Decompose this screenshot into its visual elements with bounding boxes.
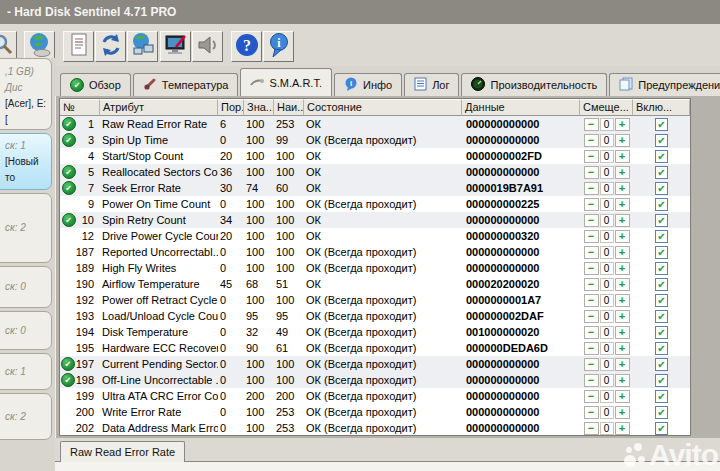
system-settings-button[interactable] [160,31,191,62]
col-value-header[interactable]: Зна... [244,99,274,116]
offset-plus-button[interactable]: + [615,198,630,211]
sound-button[interactable] [192,31,223,62]
offset-minus-button[interactable]: − [584,198,599,211]
smart-attribute-row[interactable]: ✔10Spin Retry Count34100100ОК00000000000… [60,212,690,228]
smart-attribute-row[interactable]: 193Load/Unload Cycle Cou...09595ОК (Всег… [60,308,690,324]
offset-plus-button[interactable]: + [615,342,630,355]
smart-attribute-row[interactable]: 194Disk Temperature03249ОК (Всегда прохо… [60,324,690,340]
smart-attribute-row[interactable]: 12Drive Power Cycle Count20100100ОК00000… [60,228,690,244]
offset-minus-button[interactable]: − [584,134,599,147]
tab-Обзор[interactable]: ✔Обзор [60,73,131,96]
smart-attribute-row[interactable]: 199Ultra ATA CRC Error Co...0200200ОК (В… [60,388,690,404]
tab-S.M.A.R.T.[interactable]: S.M.A.R.T. [240,68,332,96]
sidebar-disk-item[interactable]: ск: 0 [0,266,52,308]
offset-minus-button[interactable]: − [584,214,599,227]
offset-minus-button[interactable]: − [584,342,599,355]
offset-plus-button[interactable]: + [615,326,630,339]
offset-minus-button[interactable]: − [584,294,599,307]
enabled-checkbox[interactable]: ✔ [655,182,668,195]
offset-minus-button[interactable]: − [584,166,599,179]
tab-Температура[interactable]: Температура [133,73,239,96]
smart-attribute-row[interactable]: ✔7Seek Error Rate307460ОК0000019B7A91−0+… [60,180,690,196]
offset-plus-button[interactable]: + [615,230,630,243]
enabled-checkbox[interactable]: ✔ [655,278,668,291]
col-attribute-header[interactable]: Атрибут [100,99,218,116]
smart-attribute-row[interactable]: 200Write Error Rate0100253ОК (Всегда про… [60,404,690,420]
smart-attribute-row[interactable]: ✔5Reallocated Sectors Co...36100100ОК000… [60,164,690,180]
smart-attribute-row[interactable]: 9Power On Time Count0100100ОК (Всегда пр… [60,196,690,212]
offset-plus-button[interactable]: + [615,310,630,323]
smart-attribute-row[interactable]: 4Start/Stop Count20100100ОК0000000002FD−… [60,148,690,164]
smart-attribute-row[interactable]: ✔1Raw Read Error Rate6100253ОК0000000000… [60,116,690,132]
report-button[interactable] [63,31,94,62]
sidebar-disk-item[interactable]: ,1 GB) Дис[Acer], E: [QSERVICE [0,58,52,130]
offset-minus-button[interactable]: − [584,182,599,195]
tab-Производительность[interactable]: Производительность [461,73,607,96]
smart-attribute-row[interactable]: 187Reported Uncorrectabl...0100100ОК (Вс… [60,244,690,260]
offset-minus-button[interactable]: − [584,326,599,339]
offset-minus-button[interactable]: − [584,406,599,419]
enabled-checkbox[interactable]: ✔ [655,150,668,163]
offset-minus-button[interactable]: − [584,310,599,323]
network-button[interactable] [127,31,158,62]
offset-minus-button[interactable]: − [584,246,599,259]
attribute-detail-tab[interactable]: Raw Read Error Rate [60,441,185,462]
col-threshold-header[interactable]: Пор... [218,99,244,116]
offset-plus-button[interactable]: + [615,422,630,435]
offset-minus-button[interactable]: − [584,374,599,387]
col-data-header[interactable]: Данные [462,99,580,116]
offset-plus-button[interactable]: + [615,262,630,275]
enabled-checkbox[interactable]: ✔ [655,262,668,275]
help-button[interactable]: ? [231,31,262,62]
smart-attribute-row[interactable]: ✔198Off-Line Uncorrectable ...0100100ОК … [60,372,690,388]
sidebar-disk-item[interactable]: ск: 1[Новый то [0,133,52,190]
enabled-checkbox[interactable]: ✔ [655,294,668,307]
enabled-checkbox[interactable]: ✔ [655,134,668,147]
offset-plus-button[interactable]: + [615,390,630,403]
offset-minus-button[interactable]: − [584,230,599,243]
offset-plus-button[interactable]: + [615,246,630,259]
enabled-checkbox[interactable]: ✔ [655,326,668,339]
tab-Лог[interactable]: Лог [404,73,459,96]
enabled-checkbox[interactable]: ✔ [655,310,668,323]
col-number-header[interactable]: № [60,99,100,116]
offset-plus-button[interactable]: + [615,166,630,179]
smart-attribute-row[interactable]: 189High Fly Writes0100100ОК (Всегда прох… [60,260,690,276]
offset-minus-button[interactable]: − [584,150,599,163]
sidebar-disk-item[interactable]: ск: 2 [0,393,52,440]
smart-attribute-row[interactable]: 202Data Address Mark Errors0100253ОК (Вс… [60,420,690,436]
sidebar-disk-item[interactable]: ск: 0 [0,311,52,350]
smart-attribute-row[interactable]: ✔197Current Pending Sector...0100100ОК (… [60,356,690,372]
tab-Инфо[interactable]: iИнфо [334,73,402,96]
offset-plus-button[interactable]: + [615,182,630,195]
tab-Предупреждения[interactable]: Предупреждения [609,73,720,96]
offset-plus-button[interactable]: + [615,294,630,307]
offset-plus-button[interactable]: + [615,118,630,131]
enabled-checkbox[interactable]: ✔ [655,406,668,419]
offset-minus-button[interactable]: − [584,422,599,435]
col-worst-header[interactable]: Наи... [274,99,304,116]
refresh-button[interactable] [95,31,126,62]
col-enabled-header[interactable]: Вклю... [633,99,690,116]
enabled-checkbox[interactable]: ✔ [655,342,668,355]
enabled-checkbox[interactable]: ✔ [655,390,668,403]
enabled-checkbox[interactable]: ✔ [655,230,668,243]
smart-attribute-row[interactable]: 190Airflow Temperature456851ОК0000202000… [60,276,690,292]
about-button[interactable]: i [263,31,294,62]
offset-minus-button[interactable]: − [584,262,599,275]
enabled-checkbox[interactable]: ✔ [655,214,668,227]
offset-plus-button[interactable]: + [615,134,630,147]
enabled-checkbox[interactable]: ✔ [655,166,668,179]
col-status-header[interactable]: Состояние [304,99,462,116]
offset-plus-button[interactable]: + [615,374,630,387]
enabled-checkbox[interactable]: ✔ [655,422,668,435]
offset-plus-button[interactable]: + [615,150,630,163]
enabled-checkbox[interactable]: ✔ [655,246,668,259]
smart-attribute-row[interactable]: 195Hardware ECC Recovered09061ОК (Всегда… [60,340,690,356]
enabled-checkbox[interactable]: ✔ [655,358,668,371]
enabled-checkbox[interactable]: ✔ [655,118,668,131]
smart-attribute-row[interactable]: ✔3Spin Up Time010099ОК (Всегда проходит)… [60,132,690,148]
enabled-checkbox[interactable]: ✔ [655,374,668,387]
smart-attribute-row[interactable]: 192Power off Retract Cycle ...0100100ОК … [60,292,690,308]
offset-plus-button[interactable]: + [615,358,630,371]
